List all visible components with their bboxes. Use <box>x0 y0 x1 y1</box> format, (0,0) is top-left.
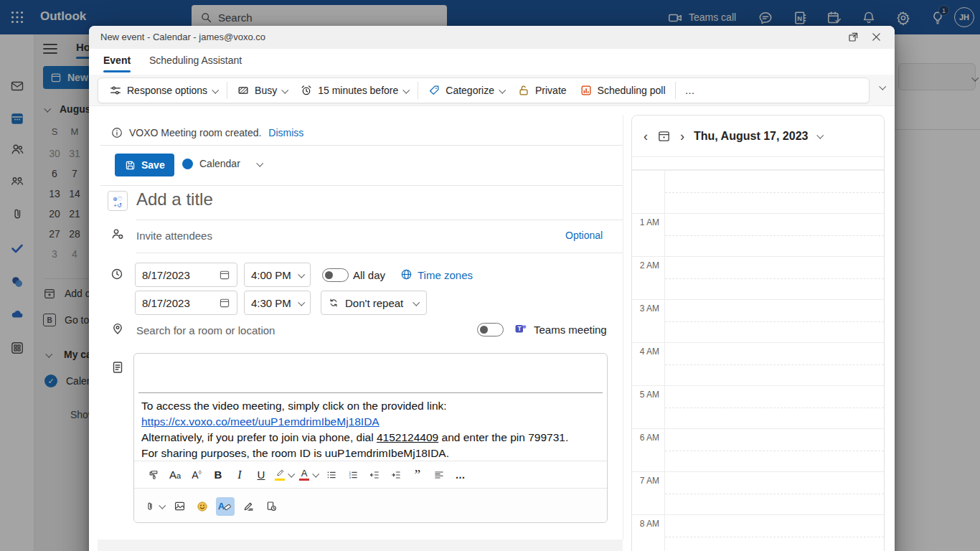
repeat-select[interactable]: Don't repeat <box>321 291 427 315</box>
insert-loop-component[interactable] <box>262 497 281 516</box>
format-underline[interactable]: U <box>252 466 270 484</box>
time-slot[interactable]: 8 AM <box>632 514 884 551</box>
location-input[interactable]: Search for a room or location <box>136 324 275 336</box>
calendar-picker-icon <box>219 269 230 281</box>
all-day-events-row[interactable] <box>632 157 884 170</box>
divider <box>100 145 623 146</box>
ribbon-collapse-icon[interactable] <box>879 83 886 90</box>
chevron-down-icon <box>298 270 305 278</box>
ribbon-separator <box>675 82 676 99</box>
half-hour-line <box>665 321 884 322</box>
format-font[interactable]: Aa <box>166 466 184 484</box>
teams-meeting-toggle[interactable] <box>477 323 504 336</box>
meeting-link[interactable]: https://cx.voxo.co/meet/uuP1emdrimIbeMj1… <box>141 415 380 428</box>
format-more-formatting[interactable]: … <box>451 466 470 484</box>
half-hour-line <box>665 408 884 408</box>
ribbon-scheduling-poll[interactable]: Scheduling poll <box>573 80 672 100</box>
calendar-color-dot <box>182 159 193 169</box>
dialog-titlebar[interactable]: New event - Calendar - james@voxo.co <box>89 26 895 49</box>
previous-day-icon[interactable]: ‹ <box>644 130 648 143</box>
invite-attendees-input[interactable]: Invite attendees <box>136 230 212 242</box>
save-button[interactable]: Save <box>115 154 174 176</box>
format-italic[interactable]: I <box>230 466 249 484</box>
insert-attach-file[interactable] <box>143 497 166 516</box>
optional-link[interactable]: Optional <box>565 230 603 241</box>
divider <box>136 253 623 253</box>
event-ribbon: Response optionsBusy15 minutes beforeCat… <box>89 75 895 106</box>
time-slot[interactable]: 6 AM <box>632 428 884 471</box>
time-slot[interactable]: 5 AM <box>632 385 884 428</box>
editor-body-text[interactable]: To access the video meeting, simply clic… <box>134 393 607 461</box>
hour-label: 8 AM <box>632 519 659 529</box>
ribbon-more-options[interactable]: … <box>679 80 702 100</box>
event-charm-picker[interactable]: ⊕♡+↺ <box>108 191 128 211</box>
end-time-select[interactable]: 4:30 PM <box>244 291 311 315</box>
jump-to-date-icon[interactable] <box>657 129 671 143</box>
chevron-down-icon <box>212 86 219 93</box>
lock-open-icon <box>517 84 530 97</box>
ribbon-reminder[interactable]: 15 minutes before <box>293 80 415 100</box>
description-notes-icon <box>110 360 125 375</box>
format-format-painter[interactable] <box>144 466 163 484</box>
format-font-size[interactable]: A◊ <box>187 466 206 484</box>
all-day-toggle[interactable] <box>322 268 349 282</box>
body-room-id-line: For sharing purposes, the room ID is uuP… <box>141 446 600 461</box>
save-label: Save <box>141 159 165 171</box>
format-highlight[interactable] <box>273 466 295 484</box>
ribbon-label: Scheduling poll <box>598 85 666 96</box>
ribbon-response-options[interactable]: Response options <box>103 80 224 100</box>
ribbon-categorize[interactable]: Categorize <box>421 80 511 100</box>
location-pin-icon <box>110 321 125 336</box>
tab-scheduling-assistant[interactable]: Scheduling Assistant <box>149 55 242 66</box>
format-indent[interactable] <box>387 466 405 484</box>
calendar-selector-label: Calendar <box>199 158 240 169</box>
time-slot[interactable]: 1 AM <box>632 213 884 256</box>
calendar-selector[interactable]: Calendar <box>182 158 262 169</box>
time-zones-link[interactable]: Time zones <box>418 269 473 281</box>
day-panel-header: ‹ › Thu, August 17, 2023 <box>632 116 884 156</box>
new-event-dialog: New event - Calendar - james@voxo.co Eve… <box>89 26 895 551</box>
formatting-toolbar: AaA◊BIUA123”… <box>134 461 607 488</box>
content-scroll-divider <box>623 115 623 540</box>
tab-event[interactable]: Event <box>103 55 131 66</box>
insert-insert-image[interactable] <box>170 497 189 516</box>
insert-insert-emoji[interactable] <box>193 497 212 516</box>
hour-label: 6 AM <box>632 433 659 443</box>
time-slot[interactable]: 7 AM <box>632 471 884 514</box>
time-slot[interactable] <box>632 170 884 213</box>
event-body-editor[interactable]: To access the video meeting, simply clic… <box>133 353 608 523</box>
half-hour-line <box>665 364 884 365</box>
format-numbered-list[interactable]: 123 <box>344 466 362 484</box>
format-font-color[interactable]: A <box>298 466 319 484</box>
format-bold[interactable]: B <box>209 466 227 484</box>
all-day-label: All day <box>353 269 385 281</box>
dial-in-number[interactable]: 4152124409 <box>377 431 438 443</box>
time-slot[interactable]: 3 AM <box>632 299 884 342</box>
ribbon-private[interactable]: Private <box>511 80 573 100</box>
format-bullet-list[interactable] <box>322 466 341 484</box>
time-slot[interactable]: 4 AM <box>632 342 884 385</box>
dismiss-link[interactable]: Dismiss <box>268 127 303 138</box>
next-day-icon[interactable]: › <box>680 130 684 143</box>
time-slot[interactable]: 2 AM <box>632 256 884 299</box>
end-date-input[interactable]: 8/17/2023 <box>135 291 237 315</box>
insert-clear-formatting[interactable]: A <box>216 497 235 516</box>
chevron-down-icon <box>312 471 319 478</box>
chevron-down-icon <box>256 159 263 166</box>
format-align-left[interactable] <box>430 466 448 484</box>
start-time-select[interactable]: 4:00 PM <box>244 263 311 287</box>
format-quote[interactable]: ” <box>408 466 427 484</box>
event-title-input[interactable]: Add a title <box>136 189 213 209</box>
editor-empty-area[interactable] <box>134 354 607 392</box>
half-hour-line <box>665 537 884 537</box>
close-icon[interactable] <box>870 31 883 44</box>
popout-icon[interactable] <box>847 31 860 44</box>
ribbon-show-as-busy[interactable]: Busy <box>230 80 293 100</box>
format-outdent[interactable] <box>365 466 384 484</box>
day-panel-date[interactable]: Thu, August 17, 2023 <box>694 130 808 143</box>
start-date-input[interactable]: 8/17/2023 <box>135 263 237 287</box>
hour-label: 5 AM <box>632 390 659 400</box>
chevron-down-icon <box>159 502 166 509</box>
repeat-icon <box>328 297 339 309</box>
insert-draw[interactable] <box>239 497 258 516</box>
